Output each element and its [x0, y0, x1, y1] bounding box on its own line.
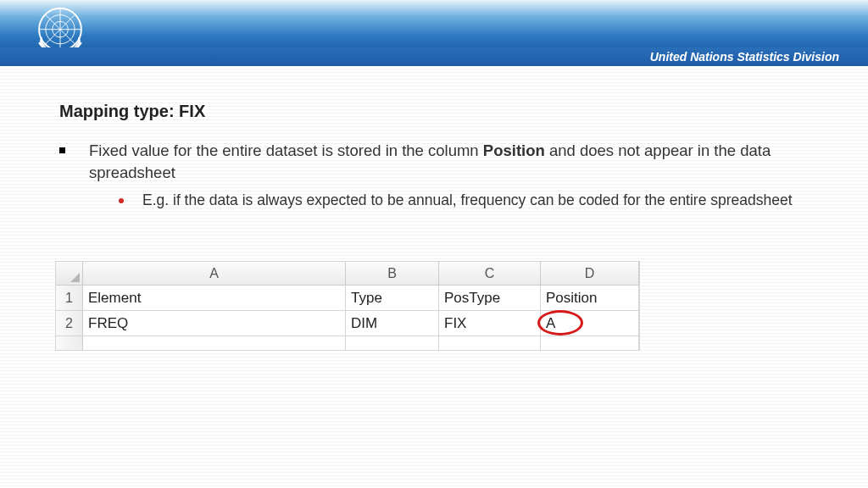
cell — [346, 336, 439, 350]
row-header: 2 — [56, 311, 83, 336]
col-header: D — [541, 262, 639, 286]
spreadsheet-header-row: A B C D — [56, 262, 639, 286]
cell-highlighted: A — [541, 311, 639, 336]
col-header: B — [346, 262, 439, 286]
spreadsheet-row: 2 FREQ DIM FIX A — [56, 311, 639, 336]
spreadsheet-row-partial — [56, 336, 639, 350]
spreadsheet-row: 1 Element Type PosType Position — [56, 286, 639, 311]
highlight-circle-icon — [537, 310, 583, 336]
select-all-corner — [56, 262, 83, 286]
row-header — [56, 336, 83, 350]
slide-content: Mapping type: FIX Fixed value for the en… — [0, 66, 868, 210]
cell — [439, 336, 541, 350]
bullet-prefix: Fixed value for the entire dataset is st… — [89, 141, 483, 159]
cell-value: A — [546, 315, 555, 332]
cell — [83, 336, 346, 350]
cell: Type — [346, 286, 439, 311]
cell — [541, 336, 639, 350]
col-header: C — [439, 262, 541, 286]
col-header: A — [83, 262, 346, 286]
cell: FREQ — [83, 311, 346, 336]
cell: Position — [541, 286, 639, 311]
slide-title: Mapping type: FIX — [59, 102, 809, 121]
sub-bullet-text: E.g. if the data is always expected to b… — [142, 191, 793, 211]
cell: PosType — [439, 286, 541, 311]
brand-text: United Nations Statistics Division — [650, 50, 839, 64]
sub-bullet: E.g. if the data is always expected to b… — [119, 191, 809, 211]
bullet-square-icon — [59, 147, 65, 153]
slide-header: United Nations Statistics Division — [0, 0, 868, 66]
bullet-dot-icon — [119, 198, 124, 203]
main-bullet: Fixed value for the entire dataset is st… — [59, 140, 809, 184]
cell: Element — [83, 286, 346, 311]
cell: DIM — [346, 311, 439, 336]
cell: FIX — [439, 311, 541, 336]
spreadsheet-example: A B C D 1 Element Type PosType Position … — [55, 261, 640, 351]
bullet-bold: Position — [483, 141, 545, 159]
row-header: 1 — [56, 286, 83, 311]
brand-bar: United Nations Statistics Division — [0, 47, 868, 66]
main-bullet-text: Fixed value for the entire dataset is st… — [89, 140, 809, 184]
